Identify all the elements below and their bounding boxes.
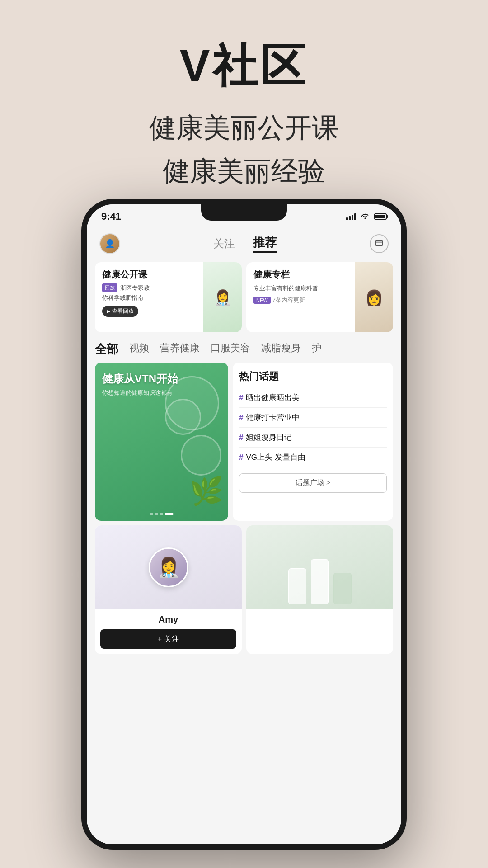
user-card-amy[interactable]: 👩‍⚕️ Amy + 关注 [95, 525, 242, 654]
page-title: V社区 [27, 36, 461, 97]
topic-hash-1: # [239, 393, 243, 402]
topic-hash-4: # [239, 453, 243, 462]
cat-tab-video[interactable]: 视频 [129, 341, 149, 357]
status-icons [346, 212, 387, 221]
topic-text-4: VG上头 发量自由 [246, 452, 305, 462]
user-card-amy-info: Amy + 关注 [95, 609, 242, 654]
nav-tab-recommend[interactable]: 推荐 [253, 235, 277, 253]
promo-card-2[interactable]: 健康专栏 专业丰富有料的健康科普 NEW 7条内容更新 👩 [246, 262, 393, 332]
battery-icon [374, 213, 387, 220]
phone-screen: 9:41 [87, 204, 401, 844]
banner-card[interactable]: 🌿 健康从VTN开始 你想知道的健康知识这都有 [95, 363, 228, 521]
promo-card2-desc: 专业丰富有料的健康科普 [253, 284, 326, 292]
page-subtitle: 健康美丽公开课 健康美丽经验 [27, 106, 461, 193]
topic-item-2[interactable]: # 健康打卡营业中 [239, 408, 387, 428]
banner-title: 健康从VTN开始 [102, 372, 178, 386]
subtitle-line1: 健康美丽公开课 [27, 106, 461, 150]
promo-card2-figure: 👩 [355, 262, 393, 332]
topic-text-3: 姐姐瘦身日记 [246, 432, 292, 443]
topic-hash-2: # [239, 413, 243, 422]
banner-subtitle: 你想知道的健康知识这都有 [102, 389, 178, 397]
hot-topics-card: 热门话题 # 晒出健康晒出美 # 健康打卡营业中 # 姐姐瘦身日记 [233, 363, 393, 521]
banner-plant: 🌿 [190, 475, 224, 507]
nav-avatar[interactable]: 👤 [99, 233, 120, 254]
topic-plaza-button[interactable]: 话题广场 > [239, 473, 387, 493]
notch [201, 204, 287, 221]
page-header: V社区 健康美丽公开课 健康美丽经验 [0, 0, 488, 211]
app-content: 👤 关注 推荐 健康公开课 回放 [87, 229, 401, 844]
topic-item-3[interactable]: # 姐姐瘦身日记 [239, 428, 387, 448]
promo-card1-badge: 回放 [102, 283, 117, 292]
amy-name: Amy [100, 614, 236, 625]
main-grid: 🌿 健康从VTN开始 你想知道的健康知识这都有 [87, 363, 401, 521]
page-background: V社区 健康美丽公开课 健康美丽经验 9:41 [0, 0, 488, 868]
phone-mockup: 9:41 [81, 199, 407, 850]
topic-item-4[interactable]: # VG上头 发量自由 [239, 448, 387, 467]
hot-topics-title: 热门话题 [239, 370, 387, 383]
amy-follow-button[interactable]: + 关注 [100, 629, 236, 649]
promo-card1-action[interactable]: ▶ 查看回放 [102, 306, 138, 317]
promo-section: 健康公开课 回放 浙医专家教 你科学减肥指南 ▶ 查看回放 👩‍⚕️ [87, 259, 401, 336]
promo-card1-figure: 👩‍⚕️ [203, 262, 242, 332]
promo-card2-badge: NEW [253, 297, 271, 304]
cat-tab-all[interactable]: 全部 [95, 341, 118, 357]
nav-bar: 👤 关注 推荐 [87, 229, 401, 259]
user-cards-section: 👩‍⚕️ Amy + 关注 [87, 521, 401, 659]
promo-card-1[interactable]: 健康公开课 回放 浙医专家教 你科学减肥指南 ▶ 查看回放 👩‍⚕️ [95, 262, 242, 332]
promo-card1-desc1: 浙医专家教 [120, 284, 150, 292]
signal-icon [346, 213, 356, 220]
category-tabs: 全部 视频 营养健康 口服美容 减脂瘦身 护 [87, 336, 401, 363]
banner-dots [150, 513, 173, 515]
nav-tab-follow[interactable]: 关注 [213, 236, 235, 251]
cat-tab-weight-loss[interactable]: 减脂瘦身 [261, 341, 301, 357]
banner-content: 健康从VTN开始 你想知道的健康知识这都有 [102, 372, 178, 397]
wifi-icon [361, 212, 370, 221]
topic-text-2: 健康打卡营业中 [246, 412, 300, 423]
amy-avatar: 👩‍⚕️ [149, 547, 188, 587]
subtitle-line2: 健康美丽经验 [27, 150, 461, 193]
status-time: 9:41 [101, 211, 121, 222]
svg-rect-0 [376, 241, 383, 246]
product-card[interactable]: 🌿 [246, 525, 393, 654]
nav-tabs: 关注 推荐 [120, 235, 370, 253]
cat-tab-nutrition[interactable]: 营养健康 [160, 341, 200, 357]
cat-tab-more[interactable]: 护 [312, 341, 322, 357]
nav-message-button[interactable] [370, 234, 389, 253]
promo-card2-update: 7条内容更新 [272, 296, 305, 304]
topic-hash-3: # [239, 433, 243, 442]
cat-tab-oral-beauty[interactable]: 口服美容 [211, 341, 250, 357]
topic-text-1: 晒出健康晒出美 [246, 392, 300, 403]
product-card-image: 🌿 [246, 525, 393, 609]
user-card-amy-image: 👩‍⚕️ [95, 525, 242, 609]
topic-item-1[interactable]: # 晒出健康晒出美 [239, 388, 387, 408]
